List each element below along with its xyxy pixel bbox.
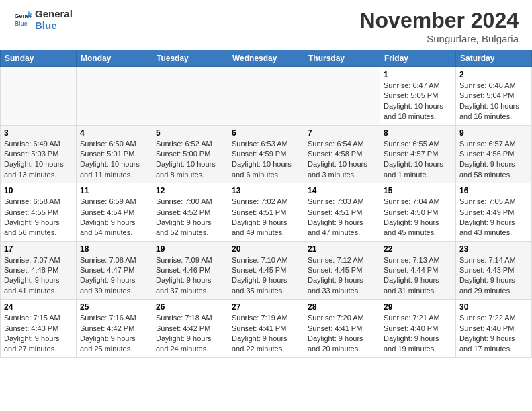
calendar-cell: 13Sunrise: 7:02 AM Sunset: 4:51 PM Dayli…	[228, 183, 304, 242]
day-info: Sunrise: 7:20 AM Sunset: 4:41 PM Dayligh…	[308, 313, 376, 355]
day-info: Sunrise: 7:16 AM Sunset: 4:42 PM Dayligh…	[80, 313, 148, 355]
calendar-cell	[304, 67, 380, 126]
location: Sungurlare, Bulgaria	[359, 33, 519, 44]
logo-icon: General Blue	[13, 10, 32, 29]
month-title: November 2024	[359, 8, 519, 33]
calendar-cell: 4Sunrise: 6:50 AM Sunset: 5:01 PM Daylig…	[77, 125, 152, 183]
calendar-cell: 29Sunrise: 7:21 AM Sunset: 4:40 PM Dayli…	[380, 300, 456, 358]
day-number: 22	[384, 244, 452, 254]
day-info: Sunrise: 7:15 AM Sunset: 4:43 PM Dayligh…	[4, 313, 73, 355]
calendar-cell: 2Sunrise: 6:48 AM Sunset: 5:04 PM Daylig…	[456, 67, 532, 126]
day-info: Sunrise: 6:50 AM Sunset: 5:01 PM Dayligh…	[80, 139, 148, 181]
day-number: 28	[308, 302, 376, 312]
day-info: Sunrise: 7:13 AM Sunset: 4:44 PM Dayligh…	[384, 255, 452, 297]
weekday-header-saturday: Saturday	[456, 50, 532, 67]
calendar-cell	[77, 67, 152, 126]
calendar-cell: 9Sunrise: 6:57 AM Sunset: 4:56 PM Daylig…	[456, 125, 532, 183]
calendar-cell: 30Sunrise: 7:22 AM Sunset: 4:40 PM Dayli…	[456, 300, 532, 358]
day-number: 21	[308, 244, 376, 254]
calendar-cell: 21Sunrise: 7:12 AM Sunset: 4:45 PM Dayli…	[304, 241, 380, 300]
calendar-cell: 22Sunrise: 7:13 AM Sunset: 4:44 PM Dayli…	[380, 241, 456, 300]
calendar-row-4: 24Sunrise: 7:15 AM Sunset: 4:43 PM Dayli…	[1, 300, 532, 358]
day-info: Sunrise: 7:08 AM Sunset: 4:47 PM Dayligh…	[80, 255, 148, 297]
day-info: Sunrise: 6:59 AM Sunset: 4:54 PM Dayligh…	[80, 197, 148, 238]
day-number: 14	[308, 186, 376, 195]
weekday-header-sunday: Sunday	[1, 50, 77, 67]
day-number: 25	[80, 302, 148, 312]
day-info: Sunrise: 7:12 AM Sunset: 4:45 PM Dayligh…	[308, 255, 376, 297]
weekday-header-wednesday: Wednesday	[228, 50, 304, 67]
calendar-row-1: 3Sunrise: 6:49 AM Sunset: 5:03 PM Daylig…	[1, 125, 532, 183]
day-info: Sunrise: 7:22 AM Sunset: 4:40 PM Dayligh…	[459, 313, 528, 355]
logo-blue-text: Blue	[35, 19, 73, 31]
day-info: Sunrise: 6:57 AM Sunset: 4:56 PM Dayligh…	[459, 139, 528, 181]
calendar-cell: 23Sunrise: 7:14 AM Sunset: 4:43 PM Dayli…	[456, 241, 532, 300]
day-number: 16	[459, 186, 528, 195]
day-info: Sunrise: 7:02 AM Sunset: 4:51 PM Dayligh…	[232, 197, 300, 238]
page-header: General Blue General Blue November 2024 …	[0, 0, 532, 50]
day-info: Sunrise: 6:55 AM Sunset: 4:57 PM Dayligh…	[384, 139, 452, 181]
day-number: 26	[156, 302, 224, 312]
calendar-cell: 11Sunrise: 6:59 AM Sunset: 4:54 PM Dayli…	[77, 183, 152, 242]
day-info: Sunrise: 7:03 AM Sunset: 4:51 PM Dayligh…	[308, 197, 376, 238]
day-number: 12	[156, 186, 224, 195]
weekday-header-monday: Monday	[77, 50, 152, 67]
day-number: 3	[4, 128, 73, 138]
day-number: 10	[4, 186, 73, 195]
logo: General Blue General Blue	[13, 8, 73, 31]
day-info: Sunrise: 6:58 AM Sunset: 4:55 PM Dayligh…	[4, 197, 73, 238]
day-info: Sunrise: 6:52 AM Sunset: 5:00 PM Dayligh…	[156, 139, 224, 181]
calendar-header-row: SundayMondayTuesdayWednesdayThursdayFrid…	[1, 50, 532, 67]
day-number: 1	[384, 70, 452, 79]
day-number: 20	[232, 244, 300, 254]
title-block: November 2024 Sungurlare, Bulgaria	[359, 8, 519, 44]
day-number: 19	[156, 244, 224, 254]
day-number: 5	[156, 128, 224, 138]
calendar-cell: 6Sunrise: 6:53 AM Sunset: 4:59 PM Daylig…	[228, 125, 304, 183]
day-number: 15	[384, 186, 452, 195]
calendar-cell: 5Sunrise: 6:52 AM Sunset: 5:00 PM Daylig…	[152, 125, 228, 183]
calendar-cell: 1Sunrise: 6:47 AM Sunset: 5:05 PM Daylig…	[380, 67, 456, 126]
calendar-cell: 28Sunrise: 7:20 AM Sunset: 4:41 PM Dayli…	[304, 300, 380, 358]
weekday-header-thursday: Thursday	[304, 50, 380, 67]
day-info: Sunrise: 7:00 AM Sunset: 4:52 PM Dayligh…	[156, 197, 224, 238]
calendar-cell	[152, 67, 228, 126]
calendar-cell: 7Sunrise: 6:54 AM Sunset: 4:58 PM Daylig…	[304, 125, 380, 183]
calendar-cell: 15Sunrise: 7:04 AM Sunset: 4:50 PM Dayli…	[380, 183, 456, 242]
calendar-table: SundayMondayTuesdayWednesdayThursdayFrid…	[0, 50, 532, 358]
calendar-cell: 12Sunrise: 7:00 AM Sunset: 4:52 PM Dayli…	[152, 183, 228, 242]
calendar-cell: 8Sunrise: 6:55 AM Sunset: 4:57 PM Daylig…	[380, 125, 456, 183]
calendar-cell: 26Sunrise: 7:18 AM Sunset: 4:42 PM Dayli…	[152, 300, 228, 358]
calendar-row-3: 17Sunrise: 7:07 AM Sunset: 4:48 PM Dayli…	[1, 241, 532, 300]
calendar-cell: 24Sunrise: 7:15 AM Sunset: 4:43 PM Dayli…	[1, 300, 77, 358]
day-number: 18	[80, 244, 148, 254]
calendar-cell: 27Sunrise: 7:19 AM Sunset: 4:41 PM Dayli…	[228, 300, 304, 358]
day-info: Sunrise: 6:54 AM Sunset: 4:58 PM Dayligh…	[308, 139, 376, 181]
calendar-cell: 16Sunrise: 7:05 AM Sunset: 4:49 PM Dayli…	[456, 183, 532, 242]
day-info: Sunrise: 7:04 AM Sunset: 4:50 PM Dayligh…	[384, 197, 452, 238]
day-number: 24	[4, 302, 73, 312]
day-number: 11	[80, 186, 148, 195]
day-info: Sunrise: 7:14 AM Sunset: 4:43 PM Dayligh…	[459, 255, 528, 297]
day-info: Sunrise: 7:09 AM Sunset: 4:46 PM Dayligh…	[156, 255, 224, 297]
day-number: 7	[308, 128, 376, 138]
day-info: Sunrise: 6:48 AM Sunset: 5:04 PM Dayligh…	[459, 81, 528, 122]
weekday-header-tuesday: Tuesday	[152, 50, 228, 67]
day-number: 8	[384, 128, 452, 138]
weekday-header-friday: Friday	[380, 50, 456, 67]
calendar-cell: 20Sunrise: 7:10 AM Sunset: 4:45 PM Dayli…	[228, 241, 304, 300]
day-number: 23	[459, 244, 528, 254]
day-number: 27	[232, 302, 300, 312]
calendar-cell: 17Sunrise: 7:07 AM Sunset: 4:48 PM Dayli…	[1, 241, 77, 300]
logo-general-text: General	[35, 8, 73, 19]
day-info: Sunrise: 7:19 AM Sunset: 4:41 PM Dayligh…	[232, 313, 300, 355]
day-number: 6	[232, 128, 300, 138]
day-info: Sunrise: 6:49 AM Sunset: 5:03 PM Dayligh…	[4, 139, 73, 181]
svg-text:Blue: Blue	[15, 20, 28, 27]
calendar-cell: 10Sunrise: 6:58 AM Sunset: 4:55 PM Dayli…	[1, 183, 77, 242]
calendar-cell: 18Sunrise: 7:08 AM Sunset: 4:47 PM Dayli…	[77, 241, 152, 300]
day-number: 4	[80, 128, 148, 138]
day-info: Sunrise: 6:53 AM Sunset: 4:59 PM Dayligh…	[232, 139, 300, 181]
day-info: Sunrise: 7:05 AM Sunset: 4:49 PM Dayligh…	[459, 197, 528, 238]
day-number: 2	[459, 70, 528, 79]
